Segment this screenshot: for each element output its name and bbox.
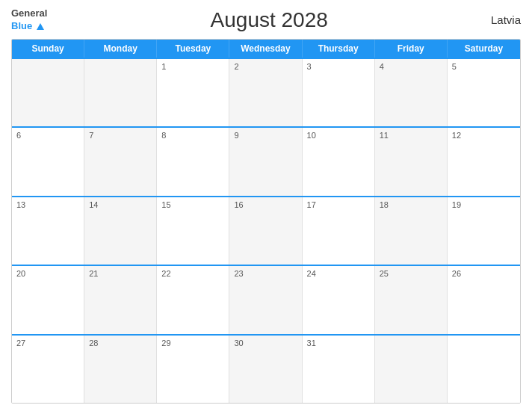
day-13: 13 [12,197,84,265]
day-21: 21 [84,266,157,333]
day-17: 17 [303,197,375,265]
day-empty [448,336,520,403]
header-thursday: Thursday [303,40,375,58]
day-empty [12,59,84,126]
day-30: 30 [229,336,302,403]
day-8: 8 [157,128,229,195]
day-3: 3 [303,59,375,126]
day-10: 10 [303,128,375,195]
day-20: 20 [12,266,84,333]
day-5: 5 [448,59,520,126]
day-19: 19 [448,197,520,265]
day-7: 7 [84,128,157,195]
header-tuesday: Tuesday [157,40,229,58]
calendar-page: General Blue August 2028 Latvia Sunday M… [0,0,532,411]
week-1: 1 2 3 4 5 [12,58,520,126]
day-11: 11 [375,128,448,195]
calendar-header: Sunday Monday Tuesday Wednesday Thursday… [12,40,520,58]
day-16: 16 [229,197,302,265]
header-friday: Friday [375,40,448,58]
calendar-body: 1 2 3 4 5 6 7 8 9 10 11 12 13 14 15 [12,58,520,403]
week-5: 27 28 29 30 31 [12,334,520,403]
day-18: 18 [375,197,448,265]
day-empty [84,59,157,126]
header-saturday: Saturday [448,40,520,58]
day-empty [375,336,448,403]
day-25: 25 [375,266,448,333]
logo: General Blue [11,7,47,33]
day-9: 9 [229,128,302,195]
svg-marker-0 [37,23,44,30]
week-4: 20 21 22 23 24 25 26 [12,265,520,333]
page-title: August 2028 [211,8,328,32]
week-2: 6 7 8 9 10 11 12 [12,126,520,195]
day-15: 15 [157,197,229,265]
country-label: Latvia [491,13,521,26]
day-14: 14 [84,197,157,265]
day-24: 24 [303,266,375,333]
logo-triangle-icon [34,19,47,33]
day-1: 1 [157,59,229,126]
day-2: 2 [229,59,302,126]
week-3: 13 14 15 16 17 18 19 [12,196,520,265]
day-6: 6 [12,128,84,195]
header-monday: Monday [84,40,157,58]
day-26: 26 [448,266,520,333]
page-header: General Blue August 2028 Latvia [11,7,521,33]
header-wednesday: Wednesday [229,40,302,58]
day-23: 23 [229,266,302,333]
logo-blue: Blue [11,20,32,32]
day-22: 22 [157,266,229,333]
header-sunday: Sunday [12,40,84,58]
day-29: 29 [157,336,229,403]
day-31: 31 [303,336,375,403]
day-28: 28 [84,336,157,403]
day-4: 4 [375,59,448,126]
logo-general: General [11,7,47,19]
day-12: 12 [448,128,520,195]
calendar-grid: Sunday Monday Tuesday Wednesday Thursday… [11,39,521,404]
day-27: 27 [12,336,84,403]
